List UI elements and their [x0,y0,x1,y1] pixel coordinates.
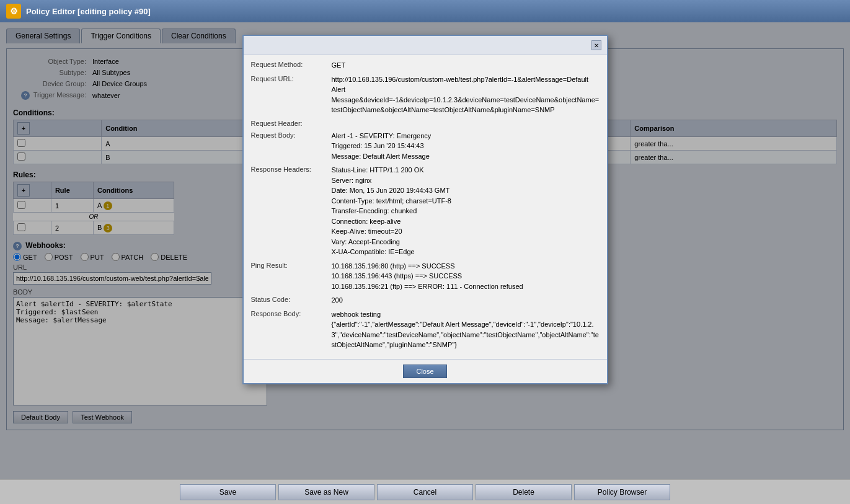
main-content: General Settings Trigger Conditions Clea… [0,22,850,479]
page-title: Policy Editor [editing policy #90] [26,7,151,16]
title-bar: ⚙ Policy Editor [editing policy #90] [0,0,850,22]
modal-label-ping: Ping Result: [251,261,332,269]
modal-row-method: Request Method: GET [251,60,600,71]
modal-label-header: Request Header: [251,119,332,127]
modal-value-ping: 10.168.135.196:80 (http) ==> SUCCESS 10.… [332,261,600,292]
modal-value-body: Alert -1 - SEVERITY: Emergency Triggered… [332,131,600,162]
modal-label-body: Request Body: [251,131,332,139]
bottom-toolbar: Save Save as New Cancel Delete Policy Br… [0,479,850,504]
modal-close-icon[interactable]: ✕ [591,40,601,50]
modal-value-status: 200 [332,295,600,306]
modal-label-resp-body: Response Body: [251,309,332,317]
modal-value-method: GET [332,60,600,71]
modal-footer: Close [244,359,607,383]
modal-row-resp-body: Response Body: webhook testing {"alertId… [251,309,600,350]
modal-body: Request Method: GET Request URL: http://… [244,55,607,359]
modal-close-button[interactable]: Close [403,365,446,378]
policy-browser-button[interactable]: Policy Browser [574,484,670,500]
modal-label-method: Request Method: [251,60,332,68]
modal-row-body: Request Body: Alert -1 - SEVERITY: Emerg… [251,131,600,162]
modal-row-url: Request URL: http://10.168.135.196/custo… [251,74,600,115]
modal-row-status: Status Code: 200 [251,295,600,306]
modal-value-url: http://10.168.135.196/custom/custom-web/… [332,74,600,115]
modal-value-resp-headers: Status-Line: HTTP/1.1 200 OK Server: ngi… [332,165,600,257]
modal-label-resp-headers: Response Headers: [251,165,332,173]
modal-label-status: Status Code: [251,295,332,303]
modal-row-ping: Ping Result: 10.168.135.196:80 (http) ==… [251,261,600,292]
save-button[interactable]: Save [180,484,276,500]
delete-button[interactable]: Delete [476,484,572,500]
modal-row-resp-headers: Response Headers: Status-Line: HTTP/1.1 … [251,165,600,257]
modal-header: ✕ [244,36,607,55]
modal-dialog: ✕ Request Method: GET Request URL: http:… [242,35,608,384]
modal-label-url: Request URL: [251,74,332,82]
modal-overlay: ✕ Request Method: GET Request URL: http:… [0,22,850,479]
modal-value-resp-body: webhook testing {"alertId":"-1","alertMe… [332,309,600,350]
modal-row-header: Request Header: [251,119,600,127]
app-icon: ⚙ [6,4,21,19]
save-as-new-button[interactable]: Save as New [278,484,374,500]
cancel-button[interactable]: Cancel [377,484,473,500]
